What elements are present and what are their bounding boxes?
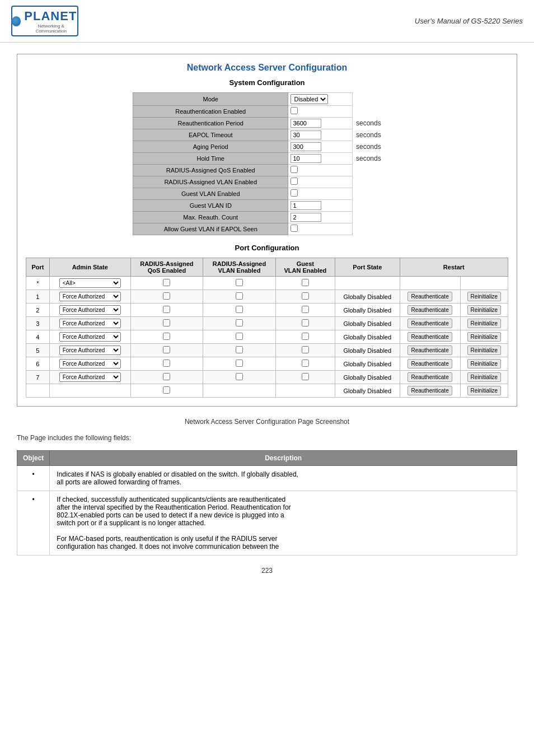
port-guest-1[interactable] [275, 290, 335, 304]
vlan-3-checkbox[interactable] [236, 319, 243, 326]
reauthenticate-btn-2[interactable]: Reauthenticate [407, 305, 452, 315]
port-guest-7[interactable] [275, 371, 335, 384]
port-vlan-5[interactable] [203, 344, 276, 357]
guest-2-checkbox[interactable] [302, 306, 309, 313]
guest-all-checkbox[interactable] [302, 279, 309, 286]
port-qos-2[interactable] [130, 304, 203, 317]
vlan-5-checkbox[interactable] [236, 346, 243, 353]
admin-state-2-select[interactable]: Force Authorized [59, 305, 121, 315]
admin-state-all-select[interactable]: <All> Force Authorized Force Unauthorize… [59, 278, 121, 288]
port-reauth-btn-7[interactable]: Reauthenticate [400, 371, 460, 384]
port-qos-partial[interactable] [130, 384, 203, 398]
qos-5-checkbox[interactable] [163, 346, 170, 353]
system-value-aging[interactable] [288, 141, 353, 153]
guest-vlan-checkbox[interactable] [291, 189, 298, 197]
port-reauth-btn-2[interactable]: Reauthenticate [400, 304, 460, 317]
qos-partial-checkbox[interactable] [163, 386, 170, 394]
admin-state-1-select[interactable]: Force Authorized Force Unauthorized Auto [59, 292, 121, 301]
port-qos-1[interactable] [130, 290, 203, 304]
port-admin-5[interactable]: Force Authorized [49, 344, 130, 357]
port-guest-6[interactable] [275, 357, 335, 371]
admin-state-3-select[interactable]: Force Authorized [59, 319, 121, 328]
port-guest-2[interactable] [275, 304, 335, 317]
port-qos-4[interactable] [130, 330, 203, 344]
port-guest-5[interactable] [275, 344, 335, 357]
radius-vlan-checkbox[interactable] [291, 178, 298, 185]
port-admin-2[interactable]: Force Authorized [49, 304, 130, 317]
port-reauth-btn-partial[interactable]: Reauthenticate [400, 384, 460, 398]
vlan-7-checkbox[interactable] [236, 373, 243, 380]
mode-select[interactable]: Disabled Enabled [291, 94, 328, 104]
max-reauth-input[interactable] [291, 213, 321, 222]
guest-4-checkbox[interactable] [302, 333, 309, 340]
system-value-allow-guest[interactable] [288, 223, 353, 235]
port-admin-4[interactable]: Force Authorized [49, 330, 130, 344]
port-guest-4[interactable] [275, 330, 335, 344]
reinitialize-btn-2[interactable]: Reinitialize [467, 305, 501, 315]
eapol-timeout-input[interactable] [291, 130, 321, 139]
port-reauth-btn-5[interactable]: Reauthenticate [400, 344, 460, 357]
reauthenticate-btn-5[interactable]: Reauthenticate [407, 346, 452, 355]
guest-1-checkbox[interactable] [302, 292, 309, 300]
port-admin-7[interactable]: Force Authorized [49, 371, 130, 384]
system-value-mode[interactable]: Disabled Enabled [288, 93, 353, 106]
vlan-4-checkbox[interactable] [236, 333, 243, 340]
reauth-period-input[interactable] [291, 119, 321, 128]
allow-guest-checkbox[interactable] [291, 225, 298, 232]
reauthenticate-btn-6[interactable]: Reauthenticate [407, 359, 452, 368]
port-reinit-btn-5[interactable]: Reinitialize [460, 344, 508, 357]
qos-4-checkbox[interactable] [163, 333, 170, 340]
port-reinit-btn-7[interactable]: Reinitialize [460, 371, 508, 384]
reauthenticate-btn-4[interactable]: Reauthenticate [407, 332, 452, 342]
port-vlan-4[interactable] [203, 330, 276, 344]
vlan-1-checkbox[interactable] [236, 292, 243, 300]
port-reauth-btn-1[interactable]: Reauthenticate [400, 290, 460, 304]
port-vlan-2[interactable] [203, 304, 276, 317]
admin-state-6-select[interactable]: Force Authorized [59, 359, 121, 368]
system-value-hold[interactable] [288, 153, 353, 165]
system-value-guest-vlan-id[interactable] [288, 200, 353, 212]
qos-3-checkbox[interactable] [163, 319, 170, 326]
port-reinit-btn-partial[interactable]: Reinitialize [460, 384, 508, 398]
port-qos-7[interactable] [130, 371, 203, 384]
qos-1-checkbox[interactable] [163, 292, 170, 300]
port-reauth-btn-3[interactable]: Reauthenticate [400, 317, 460, 330]
admin-state-4-select[interactable]: Force Authorized [59, 332, 121, 342]
port-vlan-1[interactable] [203, 290, 276, 304]
guest-vlan-id-input[interactable] [291, 201, 321, 210]
port-guest-all[interactable] [275, 277, 335, 290]
qos-7-checkbox[interactable] [163, 373, 170, 380]
reinitialize-btn-5[interactable]: Reinitialize [467, 346, 501, 355]
qos-2-checkbox[interactable] [163, 306, 170, 313]
port-admin-6[interactable]: Force Authorized [49, 357, 130, 371]
reauthenticate-btn-partial[interactable]: Reauthenticate [407, 386, 452, 395]
vlan-all-checkbox[interactable] [236, 279, 243, 286]
admin-state-5-select[interactable]: Force Authorized [59, 346, 121, 355]
port-vlan-3[interactable] [203, 317, 276, 330]
port-reinit-btn-3[interactable]: Reinitialize [460, 317, 508, 330]
qos-6-checkbox[interactable] [163, 360, 170, 367]
port-vlan-all[interactable] [203, 277, 276, 290]
port-guest-3[interactable] [275, 317, 335, 330]
port-admin-3[interactable]: Force Authorized [49, 317, 130, 330]
port-reinit-btn-4[interactable]: Reinitialize [460, 330, 508, 344]
vlan-2-checkbox[interactable] [236, 306, 243, 313]
port-reinit-btn-2[interactable]: Reinitialize [460, 304, 508, 317]
system-value-guest-vlan[interactable] [288, 188, 353, 200]
system-value-reauth-enabled[interactable] [288, 106, 353, 118]
port-qos-all[interactable] [130, 277, 203, 290]
reinitialize-btn-4[interactable]: Reinitialize [467, 332, 501, 342]
port-qos-6[interactable] [130, 357, 203, 371]
port-reinit-btn-1[interactable]: Reinitialize [460, 290, 508, 304]
reauth-enabled-checkbox[interactable] [291, 107, 298, 114]
system-value-radius-vlan[interactable] [288, 176, 353, 188]
guest-6-checkbox[interactable] [302, 360, 309, 367]
port-qos-3[interactable] [130, 317, 203, 330]
reauthenticate-btn-3[interactable]: Reauthenticate [407, 319, 452, 328]
guest-3-checkbox[interactable] [302, 319, 309, 326]
system-value-max-reauth[interactable] [288, 212, 353, 223]
port-reauth-btn-4[interactable]: Reauthenticate [400, 330, 460, 344]
reauthenticate-btn-7[interactable]: Reauthenticate [407, 372, 452, 382]
port-qos-5[interactable] [130, 344, 203, 357]
reinitialize-btn-partial[interactable]: Reinitialize [467, 386, 501, 395]
